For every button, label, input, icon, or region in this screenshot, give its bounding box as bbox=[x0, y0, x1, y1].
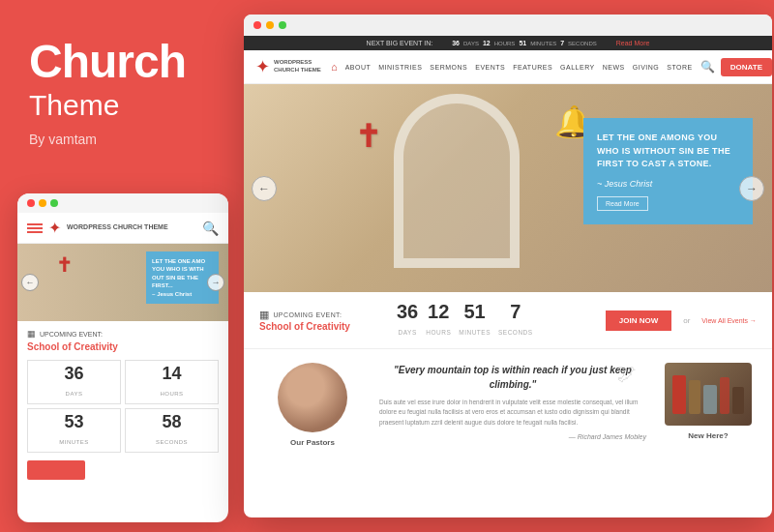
nav-news[interactable]: NEWS bbox=[603, 64, 625, 71]
left-panel: Church Theme By vamtam ✦ WORDPRESS CHURC… bbox=[0, 0, 240, 532]
nav-sermons[interactable]: SERMONS bbox=[430, 64, 467, 71]
hero-quote-author: ~ Jesus Christ bbox=[597, 179, 739, 189]
mobile-mockup: ✦ WORDPRESS CHURCH THEME 🔍 ← ✝ LET THE O… bbox=[17, 193, 228, 522]
home-icon[interactable]: ⌂ bbox=[331, 61, 338, 73]
mobile-quote-author: ~ Jesus Christ bbox=[152, 290, 213, 298]
next-arrow[interactable]: → bbox=[207, 274, 224, 291]
mobile-hero: ← ✝ LET THE ONE AMO YOU WHO IS WITH OUT … bbox=[17, 244, 228, 321]
new-here-label: New Here? bbox=[660, 431, 757, 440]
mobile-nav-left: ✦ WORDPRESS CHURCH THEME bbox=[27, 219, 168, 237]
pastor-label: Our Pastors bbox=[259, 438, 366, 447]
mobile-content: ▦ UPCOMING EVENT: School of Creativity 3… bbox=[17, 321, 228, 488]
nav-gallery[interactable]: GALLERY bbox=[560, 64, 595, 71]
mobile-countdown: 36 DAYS 14 HOURS 53 MINUTES 58 SECONDS bbox=[27, 360, 219, 453]
books-visual bbox=[669, 371, 748, 418]
desktop-logo: ✦ WORDPRESS CHURCH THEME bbox=[255, 56, 323, 77]
dove-icon: 🕊 bbox=[617, 363, 637, 385]
view-all-link[interactable]: View All Events → bbox=[701, 317, 757, 324]
minimize-dot bbox=[39, 199, 46, 207]
mobile-days-count: 36 DAYS bbox=[27, 360, 121, 404]
books-image bbox=[665, 363, 752, 426]
quote-attribution: — Richard James Mobley bbox=[379, 433, 646, 440]
hero-next-button[interactable]: → bbox=[739, 176, 764, 201]
next-event-label: NEXT BIG EVENT IN: bbox=[367, 40, 433, 46]
nav-right: 🔍 Donate bbox=[700, 58, 772, 76]
mobile-event-label: ▦ UPCOMING EVENT: bbox=[27, 329, 219, 339]
minimize-dot bbox=[266, 21, 274, 29]
mobile-logo-text: WORDPRESS CHURCH THEME bbox=[67, 223, 168, 231]
hamburger-icon[interactable] bbox=[27, 223, 43, 233]
seconds-count: 7 SECONDS bbox=[498, 302, 533, 339]
days-count: 36 DAYS bbox=[397, 302, 418, 339]
join-now-button[interactable]: Join now bbox=[606, 310, 671, 331]
event-countdown: 36 DAYS 12 HOURS 51 MINUTES 7 SECONDS bbox=[397, 302, 594, 339]
expand-dot bbox=[50, 199, 58, 207]
nav-features[interactable]: FEATURES bbox=[513, 64, 552, 71]
mobile-logo-icon: ✦ bbox=[48, 219, 61, 237]
mobile-event-title: School of Creativity bbox=[27, 341, 219, 352]
event-info: ▦ UPCOMING EVENT: School of Creativity bbox=[259, 309, 385, 332]
search-icon[interactable]: 🔍 bbox=[700, 60, 715, 74]
nav-about[interactable]: ABOUT bbox=[345, 64, 372, 71]
search-icon[interactable]: 🔍 bbox=[202, 221, 219, 236]
nav-events[interactable]: EVENTS bbox=[475, 64, 505, 71]
nav-ministries[interactable]: MINISTRIES bbox=[378, 64, 422, 71]
cross-icon: ✝ bbox=[56, 253, 73, 277]
cross-icon: ✝ bbox=[355, 118, 381, 155]
page-subtitle: Theme bbox=[29, 89, 211, 122]
desktop-hero: 🔔 ✝ LET THE ONE AMONG YOU WHO IS WITHOUT… bbox=[244, 84, 772, 292]
donate-button[interactable]: Donate bbox=[721, 58, 772, 76]
logo-icon: ✦ bbox=[255, 56, 270, 77]
mobile-quote-text: LET THE ONE AMO YOU WHO IS WITH OUT SIN … bbox=[152, 257, 213, 290]
mobile-join-button[interactable] bbox=[27, 460, 85, 480]
quote-wrapper: 🕊 "Every mountain top is within reach if… bbox=[379, 363, 646, 440]
event-bar: ▦ UPCOMING EVENT: School of Creativity 3… bbox=[244, 292, 772, 349]
desktop-top-bar: NEXT BIG EVENT IN: 36 DAYS 12 HOURS 51 M… bbox=[244, 36, 772, 50]
prev-arrow[interactable]: ← bbox=[21, 274, 39, 291]
mobile-nav: ✦ WORDPRESS CHURCH THEME 🔍 bbox=[17, 213, 228, 244]
desktop-mockup: NEXT BIG EVENT IN: 36 DAYS 12 HOURS 51 M… bbox=[244, 15, 772, 517]
desktop-nav: ✦ WORDPRESS CHURCH THEME ⌂ ABOUT MINISTR… bbox=[244, 50, 772, 84]
event-label: ▦ UPCOMING EVENT: bbox=[259, 309, 385, 321]
bottom-section: Our Pastors 🕊 "Every mountain top is wit… bbox=[244, 349, 772, 460]
pastor-section: Our Pastors bbox=[259, 363, 366, 447]
page-title: Church bbox=[29, 39, 211, 85]
top-countdown: 36 DAYS 12 HOURS 51 MINUTES 7 SECONDS bbox=[452, 40, 597, 46]
hero-quote-text: LET THE ONE AMONG YOU WHO IS WITHOUT SIN… bbox=[597, 132, 739, 171]
desktop-title-bar bbox=[244, 15, 772, 36]
close-dot bbox=[27, 199, 35, 207]
mobile-minutes-count: 53 MINUTES bbox=[27, 408, 121, 453]
quote-body-text: Duis aute vel esse irure dolor in hendre… bbox=[379, 398, 646, 428]
new-here-section: New Here? bbox=[660, 363, 757, 440]
nav-links: ⌂ ABOUT MINISTRIES SERMONS EVENTS FEATUR… bbox=[331, 61, 693, 73]
or-text: or bbox=[683, 316, 690, 325]
event-title: School of Creativity bbox=[259, 321, 385, 332]
read-more-link[interactable]: Read More bbox=[616, 40, 650, 46]
nav-store[interactable]: STORE bbox=[667, 64, 693, 71]
mobile-hours-count: 14 HOURS bbox=[125, 360, 219, 404]
close-dot bbox=[253, 21, 261, 29]
minutes-count: 51 MINUTES bbox=[459, 302, 491, 339]
mobile-seconds-count: 58 SECONDS bbox=[125, 408, 219, 453]
hero-prev-button[interactable]: ← bbox=[252, 176, 277, 201]
hero-quote-box: LET THE ONE AMONG YOU WHO IS WITHOUT SIN… bbox=[583, 118, 753, 224]
pastor-image bbox=[278, 363, 347, 432]
nav-giving[interactable]: GIVING bbox=[633, 64, 660, 71]
mobile-title-bar bbox=[17, 193, 228, 213]
hours-count: 12 HOURS bbox=[426, 302, 451, 339]
expand-dot bbox=[279, 21, 286, 29]
main-quote-text: "Every mountain top is within reach if y… bbox=[379, 363, 646, 392]
logo-text: WORDPRESS CHURCH THEME bbox=[274, 59, 323, 74]
hero-read-more-button[interactable]: Read More bbox=[597, 196, 648, 211]
church-arch bbox=[394, 94, 520, 268]
author-credit: By vamtam bbox=[29, 132, 211, 147]
